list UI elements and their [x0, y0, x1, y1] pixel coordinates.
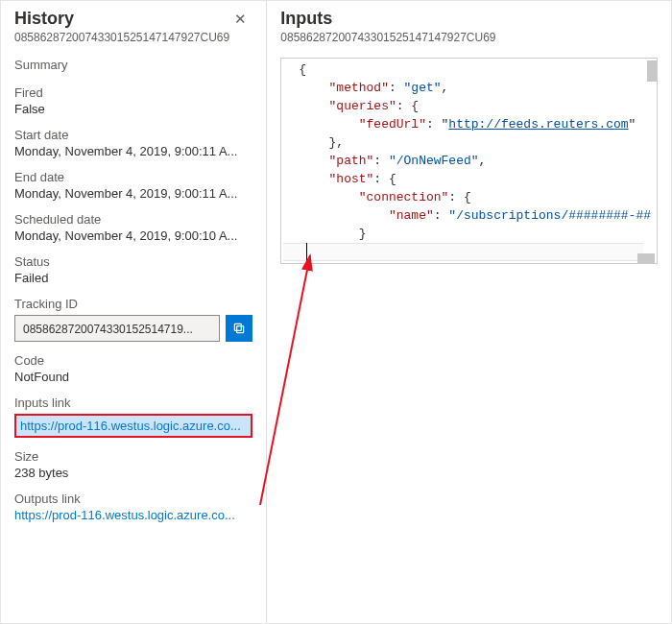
- inputs-id: 08586287200743301525147147927CU69: [280, 31, 658, 44]
- editor-current-line: [283, 243, 643, 261]
- code-value: NotFound: [14, 370, 252, 384]
- history-title: History: [14, 9, 74, 29]
- tracking-id-label: Tracking ID: [14, 297, 252, 311]
- code-label: Code: [14, 353, 252, 368]
- outputs-link[interactable]: https://prod-116.westus.logic.azure.co..…: [14, 508, 252, 522]
- inputs-link-label: Inputs link: [14, 396, 252, 410]
- svg-rect-0: [237, 326, 244, 333]
- copy-button[interactable]: [226, 315, 252, 342]
- inputs-link[interactable]: https://prod-116.westus.logic.azure.co..…: [14, 414, 252, 438]
- status-value: Failed: [14, 271, 252, 285]
- outputs-link-label: Outputs link: [14, 492, 252, 506]
- start-date-label: Start date: [14, 128, 252, 142]
- summary-heading: Summary: [14, 58, 252, 72]
- size-value: 238 bytes: [14, 466, 252, 480]
- json-content: { "method": "get", "queries": { "feedUrl…: [281, 59, 657, 264]
- scheduled-date-label: Scheduled date: [14, 212, 252, 227]
- fired-label: Fired: [14, 85, 252, 100]
- scrollbar-horizontal[interactable]: [637, 253, 655, 263]
- size-label: Size: [14, 449, 252, 464]
- history-id: 08586287200743301525147147927CU69: [14, 31, 252, 44]
- close-icon[interactable]: ✕: [228, 9, 252, 30]
- scrollbar-vertical[interactable]: [647, 60, 657, 82]
- copy-icon: [232, 322, 246, 335]
- status-label: Status: [14, 254, 252, 269]
- editor-cursor: [306, 243, 307, 261]
- start-date-value: Monday, November 4, 2019, 9:00:11 A...: [14, 144, 252, 158]
- tracking-id-field[interactable]: 0858628720074330152514719...: [14, 315, 220, 342]
- scheduled-date-value: Monday, November 4, 2019, 9:00:10 A...: [14, 228, 252, 243]
- history-panel: History ✕ 08586287200743301525147147927C…: [1, 1, 267, 623]
- end-date-value: Monday, November 4, 2019, 9:00:11 A...: [14, 186, 252, 201]
- inputs-panel: Inputs 08586287200743301525147147927CU69…: [267, 1, 671, 623]
- fired-value: False: [14, 102, 252, 116]
- json-editor[interactable]: { "method": "get", "queries": { "feedUrl…: [280, 58, 658, 264]
- inputs-title: Inputs: [280, 9, 658, 29]
- svg-rect-1: [235, 324, 242, 330]
- end-date-label: End date: [14, 170, 252, 184]
